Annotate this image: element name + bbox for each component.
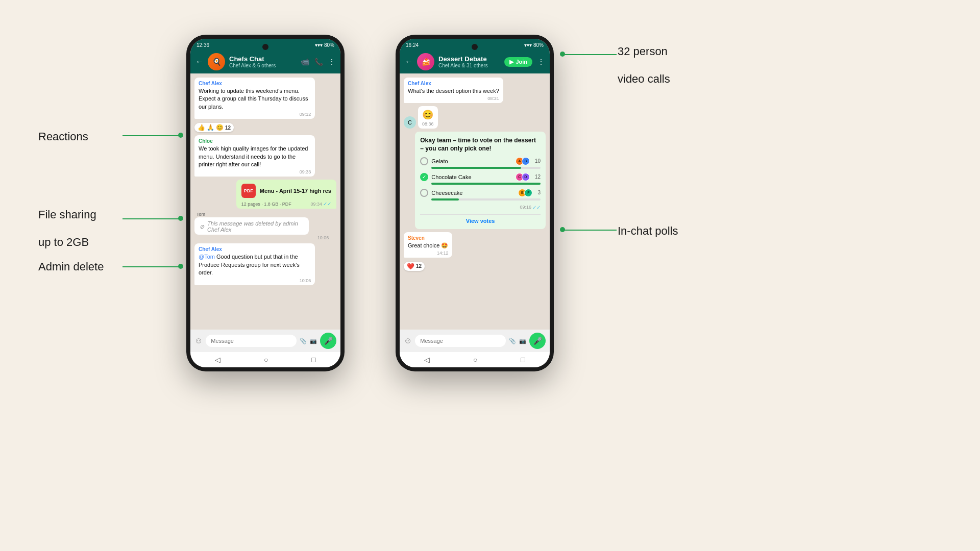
chloe-avatar: C bbox=[404, 116, 416, 129]
call-icon-1[interactable]: 📞 bbox=[314, 58, 323, 66]
reaction-bar-2[interactable]: ❤️ 12 bbox=[404, 262, 425, 271]
cheesecake-bar-track bbox=[431, 198, 541, 201]
attach-icon-2[interactable]: 📎 bbox=[509, 338, 516, 344]
msg-text-chef-alex: Working to update this weekend's menu. E… bbox=[199, 87, 311, 111]
header-icons-1: 📹 📞 ⋮ bbox=[301, 58, 335, 66]
msg-sender-chef-alex: Chef Alex bbox=[199, 81, 311, 86]
phone-nav-2: ◁ ○ □ bbox=[400, 352, 550, 367]
chocolate-cake-radio[interactable]: ✓ bbox=[420, 173, 428, 181]
cheesecake-radio[interactable] bbox=[420, 189, 428, 197]
recent-nav-icon-2[interactable]: □ bbox=[521, 356, 525, 364]
chat-sub-1: Chef Alex & 6 others bbox=[229, 63, 297, 68]
message-steven: Steven Great choice 🤩 14:12 bbox=[404, 232, 452, 258]
mention-tom: @Tom bbox=[199, 254, 215, 260]
chocolate-cake-name: Chocolate Cake bbox=[431, 174, 512, 180]
chat-header-1: ← 🍳 Chefs Chat Chef Alex & 6 others 📹 📞 … bbox=[190, 50, 340, 73]
message-chef-alex-2: Chef Alex @Tom Good question but put tha… bbox=[194, 243, 315, 285]
msg-sender-chef-alex-d: Chef Alex bbox=[408, 81, 499, 86]
poll-option-gelato[interactable]: Gelato A B 10 bbox=[420, 157, 541, 169]
file-meta: 12 pages · 1.8 GB · PDF bbox=[241, 202, 291, 207]
video-join-icon: ▶ bbox=[509, 59, 513, 65]
video-calls-label2: video calls bbox=[618, 72, 670, 86]
camera-icon-2[interactable]: 📷 bbox=[519, 338, 526, 344]
attach-icon-1[interactable]: 📎 bbox=[300, 338, 307, 344]
menu-icon-2[interactable]: ⋮ bbox=[537, 58, 545, 66]
reaction-thumbs-up: 👍 bbox=[198, 124, 205, 131]
voter-avatar: D bbox=[522, 173, 530, 181]
message-input-2[interactable] bbox=[415, 335, 506, 347]
back-button-1[interactable]: ← bbox=[195, 57, 204, 66]
status-time-2: 16:24 bbox=[406, 42, 419, 48]
reaction-smile: 😊 bbox=[216, 124, 224, 131]
emoji-button-2[interactable]: ☺ bbox=[404, 336, 412, 345]
phone-nav-1: ◁ ○ □ bbox=[190, 352, 340, 367]
chloe-emoji: 😊 bbox=[422, 110, 433, 120]
file-sharing-label: File sharing bbox=[38, 208, 96, 221]
msg-sender-chef-alex-2: Chef Alex bbox=[199, 246, 311, 252]
chat-header-2: ← 🍰 Dessert Debate Chef Alex & 31 others… bbox=[400, 50, 550, 73]
file-name: Menu - April 15-17 high res bbox=[260, 188, 331, 194]
video-icon-1[interactable]: 📹 bbox=[301, 58, 309, 66]
chat-area-2: Chef Alex What's the dessert option this… bbox=[400, 73, 550, 330]
cheesecake-name: Cheesecake bbox=[431, 190, 515, 196]
chat-name-2: Dessert Debate bbox=[438, 55, 500, 63]
back-nav-icon-1[interactable]: ◁ bbox=[215, 356, 220, 364]
file-sharing-dot bbox=[178, 216, 183, 221]
video-calls-label: 32 person bbox=[618, 45, 670, 58]
msg-text-chef-alex-2: @Tom Good question but put that in the P… bbox=[199, 253, 311, 277]
recent-nav-icon-1[interactable]: □ bbox=[311, 356, 315, 364]
file-sharing-line bbox=[122, 218, 179, 219]
menu-icon-1[interactable]: ⋮ bbox=[328, 58, 335, 66]
poll-message: Okay team – time to vote on the dessert … bbox=[415, 132, 546, 229]
chat-name-1: Chefs Chat bbox=[229, 55, 297, 63]
join-button[interactable]: ▶ Join bbox=[504, 57, 532, 67]
chocolate-cake-voters: C D bbox=[516, 173, 530, 181]
phone-notch-2 bbox=[472, 44, 478, 50]
msg-text-chef-alex-d: What's the dessert option this week? bbox=[408, 87, 499, 95]
signal-icon-1: ▾▾▾ bbox=[315, 42, 323, 48]
message-chef-alex-dessert: Chef Alex What's the dessert option this… bbox=[404, 78, 503, 103]
chat-title-block-1: Chefs Chat Chef Alex & 6 others bbox=[229, 55, 297, 68]
poll-title: Okay team – time to vote on the dessert … bbox=[420, 137, 541, 153]
message-chloe-1: Chloe We took high quality images for th… bbox=[194, 135, 315, 177]
back-nav-icon-2[interactable]: ◁ bbox=[424, 356, 430, 364]
gelato-voters: A B bbox=[516, 157, 530, 165]
reactions-dot bbox=[178, 133, 183, 138]
voter-avatar: B bbox=[522, 157, 530, 165]
admin-delete-label: Admin delete bbox=[38, 260, 104, 273]
deleted-sender: Tom bbox=[194, 212, 329, 217]
admin-delete-dot bbox=[178, 264, 183, 269]
poll-option-cheesecake[interactable]: Cheesecake E F 3 bbox=[420, 189, 541, 201]
msg-time-chef-alex-2: 10:06 bbox=[199, 278, 311, 283]
reactions-line bbox=[122, 135, 179, 136]
msg-time-chef-alex-d: 08:31 bbox=[408, 96, 499, 101]
camera-icon-1[interactable]: 📷 bbox=[310, 338, 317, 344]
view-votes-button[interactable]: View votes bbox=[420, 214, 541, 224]
msg-text-chloe: We took high quality images for the upda… bbox=[199, 145, 311, 168]
message-input-1[interactable] bbox=[206, 335, 297, 347]
chocolate-cake-bar-track bbox=[431, 183, 541, 185]
video-calls-label-block: 32 person video calls bbox=[618, 45, 670, 71]
msg-time-chloe: 09:33 bbox=[199, 169, 311, 174]
gelato-radio[interactable] bbox=[420, 157, 428, 165]
cheesecake-count: 3 bbox=[537, 190, 541, 195]
msg-sender-chloe: Chloe bbox=[199, 138, 311, 144]
home-nav-icon-2[interactable]: ○ bbox=[473, 356, 477, 364]
chocolate-cake-count: 12 bbox=[535, 174, 541, 180]
no-entry-icon: ⊘ bbox=[200, 223, 204, 230]
mic-button-2[interactable]: 🎤 bbox=[529, 333, 546, 349]
poll-option-chocolate-cake[interactable]: ✓ Chocolate Cake C D 12 bbox=[420, 173, 541, 185]
mic-button-1[interactable]: 🎤 bbox=[320, 333, 336, 349]
deleted-message: ⊘ This message was deleted by admin Chef… bbox=[194, 217, 309, 235]
signal-icon-2: ▾▾▾ bbox=[524, 42, 532, 48]
back-button-2[interactable]: ← bbox=[405, 57, 413, 66]
deleted-msg-wrapper: Tom ⊘ This message was deleted by admin … bbox=[194, 212, 329, 240]
phone-2: 16:24 ▾▾▾ 80% ← 🍰 Dessert Debate Chef Al… bbox=[396, 35, 554, 371]
chat-bottom-2: ☺ 📎 📷 🎤 bbox=[400, 330, 550, 352]
poll-time: 09:16 ✓✓ bbox=[420, 205, 541, 210]
emoji-button-1[interactable]: ☺ bbox=[194, 336, 203, 345]
home-nav-icon-1[interactable]: ○ bbox=[264, 356, 268, 364]
status-time-1: 12:36 bbox=[197, 42, 209, 48]
join-label: Join bbox=[516, 59, 527, 65]
reaction-bar-1[interactable]: 👍 🙏 😊 12 bbox=[194, 123, 234, 132]
